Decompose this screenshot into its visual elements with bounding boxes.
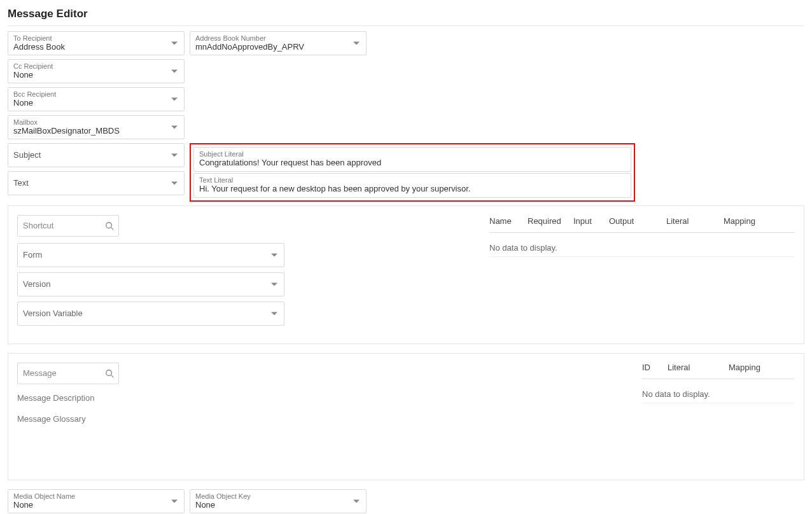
version-variable-dropdown[interactable]: Version Variable xyxy=(17,302,284,326)
message-search[interactable] xyxy=(17,363,119,384)
page-title: Message Editor xyxy=(8,5,804,25)
mok-value: None xyxy=(195,500,348,510)
shortcut-search-input[interactable] xyxy=(17,215,119,237)
col-literal: Literal xyxy=(668,363,729,372)
cc-value: None xyxy=(13,70,166,80)
message-table-header: ID Literal Mapping xyxy=(642,363,795,379)
to-recipient-dropdown[interactable]: To Recipient Address Book xyxy=(8,31,185,55)
form-label: Form xyxy=(23,250,42,260)
text-value: Text xyxy=(13,178,166,188)
mailbox-label: Mailbox xyxy=(13,118,166,126)
subject-literal-label: Subject Literal xyxy=(199,150,626,158)
mok-label: Media Object Key xyxy=(195,492,348,500)
chevron-down-icon xyxy=(171,98,178,101)
version-variable-label: Version Variable xyxy=(23,309,83,318)
mailbox-value: szMailBoxDesignator_MBDS xyxy=(13,126,166,136)
literal-highlight-box: Subject Literal Congratulations! Your re… xyxy=(190,143,635,202)
svg-line-3 xyxy=(111,375,114,378)
mon-value: None xyxy=(13,500,166,510)
form-dropdown[interactable]: Form xyxy=(17,243,284,267)
to-recipient-label: To Recipient xyxy=(13,34,166,42)
col-mapping: Mapping xyxy=(724,216,767,226)
message-glossary-label: Message Glossary xyxy=(17,412,284,426)
shortcut-panel: Form Version Version Variable Name Requi… xyxy=(8,205,804,344)
subject-literal-value: Congratulations! Your request has been a… xyxy=(199,158,626,169)
mailbox-dropdown[interactable]: Mailbox szMailBoxDesignator_MBDS xyxy=(8,115,185,139)
col-required: Required xyxy=(528,216,573,226)
message-search-input[interactable] xyxy=(17,363,119,384)
chevron-down-icon xyxy=(271,253,277,256)
abn-label: Address Book Number xyxy=(195,34,348,42)
shortcut-search[interactable] xyxy=(17,215,119,237)
svg-line-1 xyxy=(111,228,114,230)
version-dropdown[interactable]: Version xyxy=(17,272,284,296)
message-panel: Message Description Message Glossary ID … xyxy=(8,353,804,480)
chevron-down-icon xyxy=(171,182,178,185)
chevron-down-icon xyxy=(271,282,277,286)
search-icon xyxy=(105,221,114,230)
svg-point-0 xyxy=(106,223,112,228)
col-input: Input xyxy=(573,216,609,226)
params-table-header: Name Required Input Output Literal Mappi… xyxy=(489,216,795,233)
col-literal: Literal xyxy=(666,216,724,226)
to-recipient-value: Address Book xyxy=(13,42,166,52)
subject-value: Subject xyxy=(13,150,166,160)
svg-point-2 xyxy=(106,370,112,376)
col-id: ID xyxy=(642,363,668,372)
address-book-number-dropdown[interactable]: Address Book Number mnAddNoApprovedBy_AP… xyxy=(190,31,367,55)
search-icon xyxy=(105,369,114,378)
abn-value: mnAddNoApprovedBy_APRV xyxy=(195,42,348,52)
col-output: Output xyxy=(609,216,666,226)
params-nodata: No data to display. xyxy=(489,239,795,257)
mon-label: Media Object Name xyxy=(13,492,166,500)
chevron-down-icon xyxy=(171,499,178,503)
text-literal-label: Text Literal xyxy=(199,176,626,184)
chevron-down-icon xyxy=(353,42,360,45)
bcc-label: Bcc Recipient xyxy=(13,90,166,98)
subject-literal-field[interactable]: Subject Literal Congratulations! Your re… xyxy=(193,147,631,172)
message-description-label: Message Description xyxy=(17,391,284,405)
version-label: Version xyxy=(23,279,50,289)
chevron-down-icon xyxy=(353,499,360,503)
media-object-key-dropdown[interactable]: Media Object Key None xyxy=(190,489,367,513)
text-literal-field[interactable]: Text Literal Hi. Your request for a new … xyxy=(193,173,631,198)
bcc-value: None xyxy=(13,98,166,108)
text-dropdown[interactable]: Text xyxy=(8,171,185,195)
media-object-name-dropdown[interactable]: Media Object Name None xyxy=(8,489,185,513)
cc-recipient-dropdown[interactable]: Cc Recipient None xyxy=(8,59,185,83)
chevron-down-icon xyxy=(171,42,178,45)
cc-label: Cc Recipient xyxy=(13,62,166,70)
subject-dropdown[interactable]: Subject xyxy=(8,143,185,167)
divider xyxy=(8,25,804,26)
chevron-down-icon xyxy=(171,126,178,129)
message-nodata: No data to display. xyxy=(642,386,795,403)
bcc-recipient-dropdown[interactable]: Bcc Recipient None xyxy=(8,87,185,111)
col-name: Name xyxy=(489,216,528,226)
chevron-down-icon xyxy=(171,154,178,157)
text-literal-value: Hi. Your request for a new desktop has b… xyxy=(199,184,626,195)
chevron-down-icon xyxy=(171,70,178,73)
chevron-down-icon xyxy=(271,312,277,315)
col-mapping: Mapping xyxy=(729,363,772,372)
